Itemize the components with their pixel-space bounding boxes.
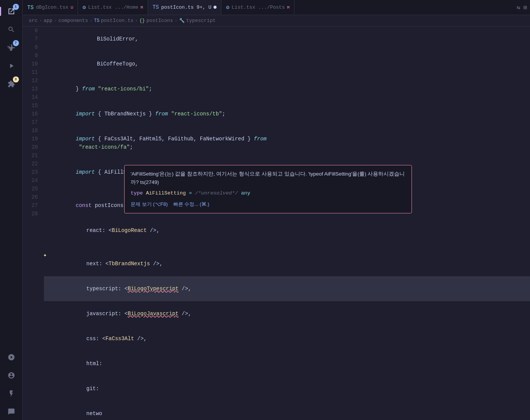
error-tooltip: 'AiFillSetting'은(는) 값을 참조하지만, 여기서는 형식으로 … <box>124 165 412 213</box>
code-line-10: import { FaCss3Alt, FaHtml5, FaGithub, F… <box>44 126 530 160</box>
code-line-19: html: <box>44 351 530 376</box>
ln-20: 20 <box>26 143 38 151</box>
activity-accounts[interactable] <box>3 367 20 384</box>
activity-search[interactable] <box>3 21 20 38</box>
tab-list-home[interactable]: ⚙ List.tsx .../Home M <box>78 0 148 15</box>
code-line-15: ✦ next: <TbBrandNextjs />, <box>44 243 530 276</box>
code-line-18: css: <FaCss3Alt />, <box>44 326 530 351</box>
extensions-badge: 3 <box>13 76 19 82</box>
breadcrumb: src › app › components › TS postIcon.ts … <box>23 15 530 26</box>
explorer-badge: 1 <box>13 4 19 10</box>
line-numbers: 6 7 8 9 10 11 12 13 14 15 16 17 18 19 20… <box>23 26 41 420</box>
ln-21: 21 <box>26 151 38 160</box>
breadcrumb-ts-icon: TS <box>94 18 99 23</box>
ln-14: 14 <box>26 93 38 101</box>
tab-list-home-label: List.tsx .../Home <box>88 5 139 10</box>
code-line-6: BiSolidError, <box>44 26 530 51</box>
ln-9: 9 <box>26 51 38 60</box>
error-tooltip-message: 'AiFillSetting'은(는) 값을 참조하지만, 여기서는 형식으로 … <box>131 170 405 186</box>
split-editor-icon[interactable]: ⇆ <box>517 4 521 11</box>
main-content: TS dBgIcon.tsx U ⚙ List.tsx .../Home M T… <box>23 0 530 420</box>
code-line-20: git: <box>44 376 530 401</box>
ln-17: 17 <box>26 118 38 126</box>
tab-dbglcon-badge: U <box>71 5 73 10</box>
copilot-star: ✦ <box>43 251 47 260</box>
ln-19: 19 <box>26 135 38 143</box>
tab-bar-actions: ⇆ ⊞ <box>514 0 530 15</box>
gear-icon: ⚙ <box>83 4 86 11</box>
breadcrumb-src[interactable]: src <box>29 18 37 23</box>
activity-bar: 1 7 3 <box>0 0 23 420</box>
breadcrumb-app[interactable]: app <box>44 18 52 23</box>
ln-10: 10 <box>26 60 38 68</box>
breadcrumb-bracket-icon: {} <box>139 18 145 23</box>
ln-23: 23 <box>26 168 38 176</box>
tab-posticon[interactable]: TS postIcon.ts 9+, U <box>148 0 221 15</box>
ln-11: 11 <box>26 68 38 76</box>
ln-15: 15 <box>26 101 38 110</box>
code-line-21: netwo <box>44 401 530 420</box>
error-quick-fix[interactable]: 빠른 수정... (⌘.) <box>173 201 209 207</box>
breadcrumb-wrench-icon: 🔧 <box>179 18 185 23</box>
breadcrumb-components[interactable]: components <box>58 18 88 23</box>
code-line-8: } from "react-icons/bi"; <box>44 76 530 101</box>
ln-16: 16 <box>26 110 38 118</box>
activity-remote[interactable] <box>3 349 20 366</box>
tab-list-home-badge: M <box>140 5 143 10</box>
ln-18: 18 <box>26 126 38 135</box>
ln-13: 13 <box>26 85 38 93</box>
tab-dbglcon-label: dBgIcon.tsx <box>36 5 69 10</box>
editor-area: 6 7 8 9 10 11 12 13 14 15 16 17 18 19 20… <box>23 26 530 420</box>
code-container: 6 7 8 9 10 11 12 13 14 15 16 17 18 19 20… <box>23 26 530 420</box>
code-lines[interactable]: BiSolidError, BiCoffeeTogo, } from "reac… <box>41 26 530 420</box>
activity-explorer[interactable]: 1 <box>3 3 20 20</box>
tab-dot <box>214 6 217 9</box>
breadcrumb-posticon[interactable]: postIcon.ts <box>101 18 134 23</box>
ln-25: 25 <box>26 185 38 193</box>
tab-posticon-label: postIcon.ts 9+, U <box>161 5 212 10</box>
ln-7: 7 <box>26 35 38 43</box>
tab-list-posts[interactable]: ⚙ List.tsx .../Posts M <box>221 0 294 15</box>
tab-list-posts-label: List.tsx .../Posts <box>232 5 285 10</box>
tab-bar: TS dBgIcon.tsx U ⚙ List.tsx .../Home M T… <box>23 0 530 15</box>
breadcrumb-typescript[interactable]: typescript <box>186 18 216 23</box>
ln-8: 8 <box>26 43 38 51</box>
tab-dbglcon[interactable]: TS dBgIcon.tsx U <box>23 0 78 15</box>
activity-lightning[interactable] <box>3 385 20 402</box>
ln-28: 28 <box>26 210 38 218</box>
error-view-problem[interactable]: 문제 보기 (⌥F8) <box>131 201 168 207</box>
code-line-16: typescript: <BiLogoTypescript />, <box>44 276 530 301</box>
activity-source-control[interactable]: 7 <box>3 39 20 56</box>
code-line-9: import { TbBrandNextjs } from "react-ico… <box>44 101 530 126</box>
gear-icon-2: ⚙ <box>226 4 229 11</box>
breadcrumb-posticons[interactable]: postIcons <box>147 18 173 23</box>
source-control-badge: 7 <box>13 40 19 46</box>
activity-extensions[interactable]: 3 <box>3 76 20 92</box>
ln-6: 6 <box>26 26 38 35</box>
tsx-icon: TS <box>27 5 34 11</box>
code-line-14: react: <BiLogoReact />, <box>44 218 530 243</box>
code-line-7: BiCoffeeTogo, <box>44 51 530 76</box>
ln-22: 22 <box>26 160 38 168</box>
ln-12: 12 <box>26 76 38 85</box>
ts-icon: TS <box>153 4 159 10</box>
code-line-17: javascript: <BiLogoJavascript />, <box>44 301 530 326</box>
layout-icon[interactable]: ⊞ <box>523 4 527 11</box>
ln-26: 26 <box>26 193 38 201</box>
ln-27: 27 <box>26 201 38 210</box>
error-tooltip-actions[interactable]: 문제 보기 (⌥F8) 빠른 수정... (⌘.) <box>131 201 405 208</box>
ln-24: 24 <box>26 176 38 185</box>
activity-chat[interactable] <box>3 403 20 420</box>
activity-run-debug[interactable] <box>3 58 20 74</box>
error-tooltip-type: type AiFillSetting = /*unresolved*/ any <box>131 189 405 198</box>
tab-list-posts-badge: M <box>287 5 290 10</box>
